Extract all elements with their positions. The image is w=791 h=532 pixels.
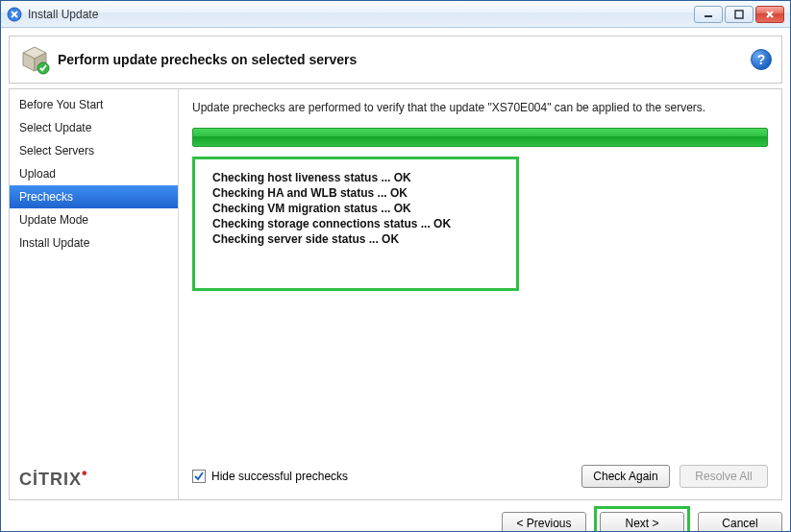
previous-button[interactable]: < Previous [502, 512, 586, 532]
sidebar-item-select-servers[interactable]: Select Servers [10, 139, 178, 162]
wizard-footer: < Previous Next > Cancel [9, 506, 782, 532]
body: Before You Start Select Update Select Se… [9, 88, 782, 500]
sidebar-item-update-mode[interactable]: Update Mode [10, 208, 178, 231]
next-button-highlight: Next > [594, 506, 690, 532]
brand-logo: CİTRIX• [10, 460, 178, 499]
precheck-results: Checking host liveness status ... OK Che… [192, 157, 519, 291]
sidebar-item-label: Prechecks [19, 190, 73, 204]
progress-bar [192, 128, 768, 147]
close-button[interactable] [755, 6, 784, 23]
maximize-button[interactable] [725, 6, 754, 23]
description-text: Update prechecks are performed to verify… [192, 101, 768, 114]
sidebar-item-prechecks[interactable]: Prechecks [10, 185, 178, 208]
precheck-line: Checking VM migration status ... OK [212, 202, 499, 215]
wizard-steps-list: Before You Start Select Update Select Se… [10, 89, 178, 460]
precheck-line: Checking host liveness status ... OK [212, 171, 499, 184]
next-button[interactable]: Next > [600, 512, 684, 532]
titlebar: Install Update [1, 1, 790, 28]
header-panel: Perform update prechecks on selected ser… [9, 36, 782, 84]
sidebar-item-install-update[interactable]: Install Update [10, 231, 178, 254]
wizard-sidebar: Before You Start Select Update Select Se… [10, 89, 179, 499]
checkbox-icon [192, 470, 206, 483]
minimize-button[interactable] [694, 6, 723, 23]
results-area: Checking host liveness status ... OK Che… [192, 157, 768, 465]
window-controls [694, 6, 784, 23]
sidebar-item-label: Select Servers [19, 144, 94, 157]
app-icon [7, 7, 22, 22]
cancel-button[interactable]: Cancel [698, 512, 782, 532]
main-content: Update prechecks are performed to verify… [179, 89, 781, 499]
page-title: Perform update prechecks on selected ser… [58, 52, 751, 67]
resolve-all-button: Resolve All [680, 465, 768, 488]
sidebar-item-upload[interactable]: Upload [10, 162, 178, 185]
precheck-line: Checking server side status ... OK [212, 232, 499, 246]
sidebar-item-select-update[interactable]: Select Update [10, 116, 178, 139]
hide-prechecks-checkbox-wrap[interactable]: Hide successful prechecks [192, 470, 572, 483]
check-again-button[interactable]: Check Again [581, 465, 670, 488]
svg-rect-2 [735, 11, 743, 18]
sidebar-item-label: Install Update [19, 236, 89, 250]
sidebar-item-label: Upload [19, 167, 56, 181]
precheck-line: Checking storage connections status ... … [212, 217, 499, 230]
help-icon[interactable]: ? [751, 49, 772, 70]
controls-row: Hide successful prechecks Check Again Re… [192, 465, 768, 488]
sidebar-item-label: Update Mode [19, 213, 88, 227]
package-icon [19, 44, 50, 75]
window-title: Install Update [28, 8, 694, 21]
sidebar-item-label: Before You Start [19, 98, 103, 111]
precheck-line: Checking HA and WLB status ... OK [212, 186, 499, 200]
hide-prechecks-label: Hide successful prechecks [211, 470, 348, 483]
sidebar-item-label: Select Update [19, 121, 91, 134]
sidebar-item-before-you-start[interactable]: Before You Start [10, 93, 178, 116]
